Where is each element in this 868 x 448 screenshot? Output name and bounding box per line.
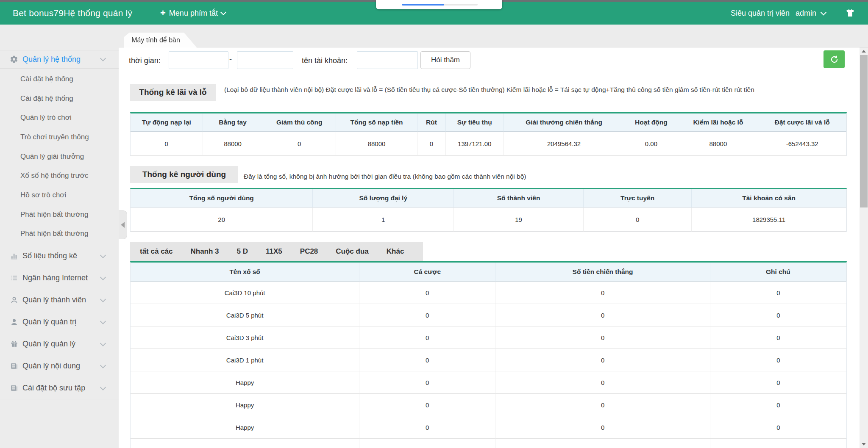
left-arrow-icon: [121, 222, 125, 228]
sidebar-group-system[interactable]: Quản lý hệ thống: [0, 50, 119, 69]
tab-desktop[interactable]: Máy tính để bàn: [124, 33, 197, 47]
win-cell: 0: [495, 371, 710, 394]
main-content: thời gian: - tên tài khoản: Hỏi thăm Thố…: [119, 47, 860, 448]
query-button[interactable]: Hỏi thăm: [420, 51, 470, 69]
sidebar-group-internet-banking[interactable]: Ngân hàng Internet: [0, 267, 119, 289]
sidebar-item[interactable]: Cài đặt hệ thống: [0, 69, 119, 89]
table-row: Happy 0 0 0: [131, 439, 846, 448]
note-cell: 0: [710, 349, 846, 371]
gift-icon: [9, 340, 19, 348]
column-header: Tên xổ số: [131, 263, 359, 282]
chevron-down-icon: [100, 252, 106, 258]
sidebar-collapse-handle[interactable]: [119, 210, 127, 239]
column-header: Kiểm lãi hoặc lỗ: [678, 113, 758, 132]
lottery-tab[interactable]: Nhanh 3: [182, 247, 228, 256]
scroll-down-button[interactable]: [860, 440, 868, 448]
sidebar-group-members[interactable]: Quản lý thành viên: [0, 289, 119, 311]
sidebar-item[interactable]: Phát hiện bất thường: [0, 205, 119, 224]
scroll-up-button[interactable]: [860, 47, 868, 55]
profit-table-value-row: 08800008800001397121.002049564.320.00880…: [131, 132, 846, 156]
sidebar-item[interactable]: Quản lý giải thưởng: [0, 147, 119, 166]
account-input[interactable]: [357, 51, 418, 69]
progress-fill: [402, 4, 444, 6]
table-row: Cai3D 1 phút 0 0 0: [131, 349, 846, 371]
column-header: Tự động nạp lại: [131, 113, 203, 132]
sidebar-spacer: [0, 25, 119, 50]
lottery-tab[interactable]: PC28: [291, 247, 327, 256]
sidebar-item[interactable]: Trò chơi truyền thống: [0, 127, 119, 147]
table-row: Cai3D 3 phút 0 0 0: [131, 326, 846, 349]
column-header: Số tiền chiến thắng: [495, 263, 710, 282]
lottery-tab[interactable]: 11X5: [257, 247, 291, 256]
sidebar-group-label: Quản lý thành viên: [22, 296, 86, 304]
table-cell: 1: [313, 207, 454, 232]
plus-icon: +: [160, 8, 166, 18]
table-cell: 20: [131, 207, 313, 232]
table-cell: 0: [417, 132, 445, 156]
column-header: Bằng tay: [203, 113, 263, 132]
column-header: Ghi chú: [710, 263, 846, 282]
bet-cell: 0: [359, 282, 495, 304]
sidebar-item[interactable]: Quản lý trò chơi: [0, 108, 119, 127]
user-section-title: Thống kê người dùng: [130, 166, 238, 183]
sidebar-group-management[interactable]: Quản lý quản lý: [0, 333, 119, 355]
bar-chart-icon: [9, 252, 19, 260]
scrollbar-thumb[interactable]: [860, 55, 868, 207]
tab-label: Máy tính để bàn: [131, 36, 180, 44]
table-cell: 88000: [678, 132, 758, 156]
shortcut-menu[interactable]: + Menu phím tắt: [160, 8, 225, 18]
lottery-table-header-row: Tên xổ sốCá cượcSố tiền chiến thắngGhi c…: [131, 263, 846, 282]
loading-popup: [376, 0, 502, 9]
refresh-icon: [829, 55, 839, 64]
gear-icon: [9, 55, 19, 64]
vertical-scrollbar: [860, 47, 868, 448]
chevron-down-icon: [100, 296, 106, 302]
win-cell: 0: [495, 304, 710, 326]
table-cell: 1397121.00: [446, 132, 504, 156]
sidebar-item[interactable]: Xổ số hệ thống trước: [0, 166, 119, 185]
time-label: thời gian:: [129, 56, 161, 65]
table-cell: 88000: [336, 132, 417, 156]
table-cell: 0.00: [624, 132, 678, 156]
note-cell: 0: [710, 304, 846, 326]
lottery-tab[interactable]: 5 D: [228, 247, 257, 256]
shortcut-menu-label: Menu phím tắt: [169, 9, 218, 18]
column-header: Tài khoản có sẵn: [692, 189, 846, 207]
table-cell: 19: [454, 207, 584, 232]
sidebar-group-content[interactable]: Quản lý nội dung: [0, 355, 119, 377]
bet-cell: 0: [359, 304, 495, 326]
time-to-input[interactable]: [237, 51, 293, 69]
sidebar-group-label: Quản lý hệ thống: [22, 55, 81, 64]
admin-menu[interactable]: Siêu quản trị viên admin: [731, 9, 826, 18]
sidebar-item[interactable]: Hồ sơ trò chơi: [0, 185, 119, 205]
sidebar-group-statistics[interactable]: Số liệu thống kê: [0, 245, 119, 267]
sidebar-item[interactable]: Cài đặt hệ thống: [0, 89, 119, 108]
profit-section-description: (Loại bỏ dữ liệu thành viên nội bộ) Đặt …: [224, 83, 843, 96]
sidebar-group-collection[interactable]: Cài đặt bộ sưu tập: [0, 377, 119, 399]
column-header: Giải thưởng chiến thắng: [504, 113, 625, 132]
chevron-down-icon: [100, 384, 106, 390]
lottery-name-cell: Cai3D 10 phút: [131, 282, 359, 304]
refresh-button[interactable]: [823, 50, 845, 68]
time-from-input[interactable]: [169, 51, 228, 69]
sidebar-group-admins[interactable]: Quản lý quản trị: [0, 311, 119, 333]
sidebar-group-label: Quản lý quản lý: [22, 340, 75, 348]
sidebar-item[interactable]: Phát hiện bất thường: [0, 224, 119, 244]
lottery-tab[interactable]: tất cả các: [131, 247, 182, 256]
lottery-tab[interactable]: Khác: [378, 247, 413, 256]
table-cell: -652443.32: [758, 132, 846, 156]
sidebar: Quản lý hệ thống Cài đặt hệ thốngCài đặt…: [0, 25, 119, 448]
shirt-icon[interactable]: [845, 8, 855, 18]
app-title: Bet bonus79Hệ thống quản lý: [13, 8, 132, 18]
user-table-header-row: Tổng số người dùngSố lượng đại lýSố thàn…: [131, 189, 846, 207]
chevron-down-icon: [100, 274, 106, 280]
sidebar-group-label: Số liệu thống kê: [22, 252, 77, 260]
bet-cell: 0: [359, 326, 495, 349]
column-header: Rút: [417, 113, 445, 132]
lottery-tab[interactable]: Cuộc đua: [327, 247, 377, 256]
column-header: Tổng số người dùng: [131, 189, 313, 207]
column-header: Đặt cược lãi và lỗ: [758, 113, 846, 132]
chevron-down-icon: [100, 318, 106, 324]
bet-cell: 0: [359, 416, 495, 439]
profit-table: Tự động nạp lạiBằng tayGiảm thủ côngTổng…: [130, 112, 847, 156]
